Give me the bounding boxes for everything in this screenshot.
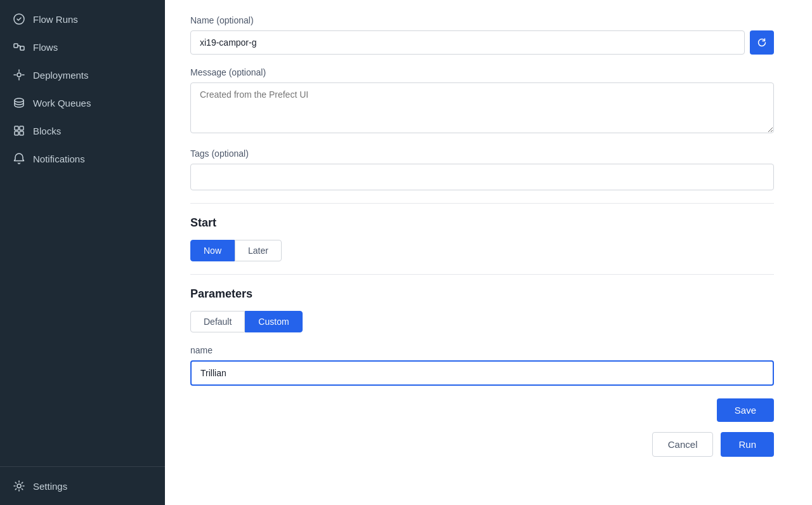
start-later-button[interactable]: Later [235, 240, 282, 261]
flow-runs-icon [13, 13, 25, 25]
tags-label: Tags (optional) [190, 148, 774, 159]
save-button[interactable]: Save [717, 398, 774, 422]
name-label: Name (optional) [190, 15, 774, 25]
custom-button[interactable]: Custom [245, 311, 302, 332]
sidebar-item-notifications[interactable]: Notifications [0, 145, 165, 173]
default-button[interactable]: Default [190, 311, 245, 332]
sidebar-item-flow-runs[interactable]: Flow Runs [0, 5, 165, 33]
sidebar-item-flows[interactable]: Flows [0, 33, 165, 61]
parameters-title: Parameters [190, 287, 774, 301]
start-toggle-group: Now Later [190, 240, 774, 261]
refresh-button[interactable] [750, 30, 774, 55]
cancel-button[interactable]: Cancel [652, 432, 714, 457]
divider-1 [190, 203, 774, 204]
svg-point-3 [17, 73, 21, 77]
tags-input[interactable] [190, 164, 774, 190]
notifications-icon [13, 152, 25, 165]
start-now-button[interactable]: Now [190, 240, 235, 261]
refresh-icon [757, 37, 767, 48]
sidebar-item-label: Deployments [33, 70, 89, 81]
svg-rect-8 [20, 131, 23, 135]
form-section: Name (optional) Message (optional) Tags … [190, 15, 774, 457]
sidebar-item-settings[interactable]: Settings [0, 472, 165, 500]
tags-field-group: Tags (optional) [190, 148, 774, 190]
svg-rect-2 [20, 46, 24, 50]
start-title: Start [190, 216, 774, 230]
settings-icon [13, 480, 25, 492]
param-value-input[interactable] [190, 360, 774, 386]
name-field-group: Name (optional) [190, 15, 774, 55]
sidebar-item-work-queues[interactable]: Work Queues [0, 89, 165, 117]
sidebar: Flow Runs Flows Deployments [0, 0, 165, 505]
sidebar-item-label: Flows [33, 42, 58, 53]
param-name-group: name [190, 345, 774, 386]
svg-rect-1 [14, 44, 18, 48]
deployments-icon [13, 69, 25, 81]
svg-rect-7 [15, 131, 18, 135]
message-label: Message (optional) [190, 67, 774, 77]
svg-rect-5 [15, 126, 18, 130]
svg-rect-6 [20, 126, 23, 130]
sidebar-item-deployments[interactable]: Deployments [0, 61, 165, 89]
blocks-icon [13, 124, 25, 137]
message-field-group: Message (optional) [190, 67, 774, 136]
param-name-label: name [190, 345, 774, 355]
sidebar-bottom: Settings [0, 466, 165, 505]
action-row: Cancel Run [190, 432, 774, 457]
parameters-section: Parameters Default Custom [190, 287, 774, 332]
divider-2 [190, 274, 774, 275]
flows-icon [13, 41, 25, 53]
main-content: Name (optional) Message (optional) Tags … [165, 0, 812, 505]
sidebar-item-label: Notifications [33, 154, 85, 164]
sidebar-item-label: Blocks [33, 126, 61, 136]
sidebar-item-label: Work Queues [33, 98, 91, 108]
name-input[interactable] [190, 30, 745, 55]
message-input[interactable] [190, 82, 774, 133]
save-row: Save [190, 398, 774, 422]
start-section: Start Now Later [190, 216, 774, 261]
svg-point-4 [15, 98, 23, 102]
params-toggle-group: Default Custom [190, 311, 774, 332]
sidebar-item-label: Flow Runs [33, 14, 78, 25]
sidebar-item-label: Settings [33, 481, 67, 492]
sidebar-item-blocks[interactable]: Blocks [0, 117, 165, 145]
sidebar-nav: Flow Runs Flows Deployments [0, 0, 165, 466]
work-queues-icon [13, 96, 25, 109]
name-row [190, 30, 774, 55]
run-button[interactable]: Run [721, 432, 774, 457]
svg-point-9 [17, 484, 21, 488]
